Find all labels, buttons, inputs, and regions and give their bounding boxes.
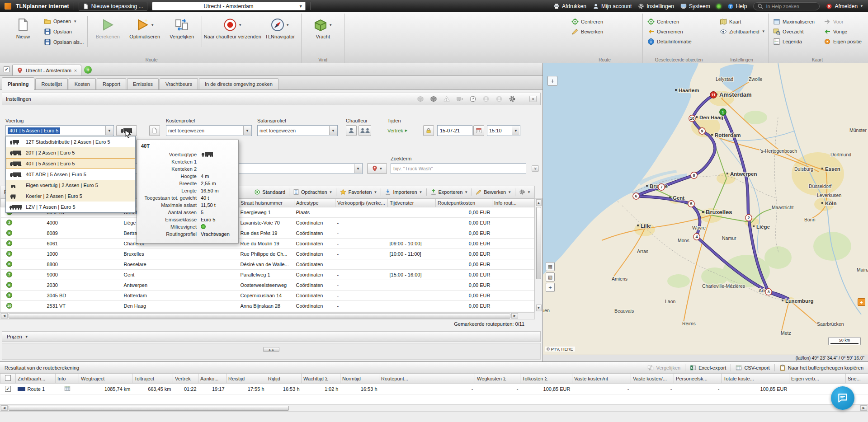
routepoint-row[interactable]: 7 9000 Gent Parallelweg 1 Coördinaten - … xyxy=(1,270,535,280)
standard-button[interactable]: Standaard xyxy=(254,189,285,195)
column-header[interactable]: Tijdvenster xyxy=(388,199,436,207)
table-settings-button[interactable]: ▼ xyxy=(519,189,531,195)
column-header[interactable]: Reistijd xyxy=(226,374,266,384)
column-header[interactable]: Normtijd xyxy=(340,374,379,384)
selected-center-button[interactable]: Centreren xyxy=(646,17,693,26)
tab-omgeving-zoeken[interactable]: In de directe omgeving zoeken xyxy=(199,78,278,89)
vehicle-dropdown-item[interactable]: 20T | 2 Assen | Euro 5 xyxy=(6,147,135,158)
selected-detail-button[interactable]: Detailinformatie xyxy=(646,37,693,46)
map-maximize-button[interactable]: Maximaliseren xyxy=(771,17,816,26)
column-header[interactable]: Wegtraject xyxy=(79,374,132,384)
scroll-left-button[interactable]: ◀ xyxy=(1,313,8,319)
help-search[interactable] xyxy=(753,2,820,10)
map-expand-button[interactable]: + xyxy=(858,298,865,306)
vehicle-dropdown-item[interactable]: 12T Stadsdistributie | 2 Assen | Euro 5 xyxy=(6,136,135,147)
map-settings-button[interactable]: Kaart xyxy=(718,17,767,26)
column-header[interactable]: Info xyxy=(56,374,79,384)
select-all-checkbox[interactable] xyxy=(5,375,11,381)
excel-export-button[interactable]: Excel-export xyxy=(690,365,726,371)
optimize-button[interactable]: ▼ Optimaliseren xyxy=(126,14,163,55)
column-header[interactable]: Adrestype xyxy=(294,199,335,207)
routepoint-row[interactable]: 10 2531 VT Den Haag Anna Bijnslaan 28 Co… xyxy=(1,301,535,311)
copy-to-clipboard-button[interactable]: Naar het buffergeheugen kopiëren xyxy=(779,365,863,371)
route-name-cell[interactable]: Route 1 xyxy=(16,384,56,394)
route-edit-button[interactable]: Bewerken xyxy=(570,27,605,36)
column-header[interactable]: Rijtijd xyxy=(266,374,302,384)
map-zoom-in-button[interactable]: + xyxy=(547,76,557,86)
tab-routelijst[interactable]: Routelijst xyxy=(35,78,67,89)
routepoint-row[interactable]: 8 2030 Antwerpen Oosterweelsteenweg Coör… xyxy=(1,280,535,291)
routepoints-vertical-scrollbar[interactable]: ▲ ▼ xyxy=(535,198,542,312)
add-tab-button[interactable]: + xyxy=(84,66,92,74)
own-position-button[interactable]: Eigen positie xyxy=(822,37,863,46)
routepoint-row[interactable]: 5 1000 Bruxelles Rue Philippe de Ch... C… xyxy=(1,249,535,259)
column-header[interactable]: Sne... xyxy=(846,374,868,384)
tab-planning[interactable]: Planning xyxy=(2,77,34,90)
trailer-icon[interactable] xyxy=(456,95,463,103)
driver-one-button[interactable] xyxy=(346,125,357,136)
map-forward-button[interactable]: Voor xyxy=(822,17,863,26)
cargo-box-icon[interactable] xyxy=(417,95,424,103)
tachograph-icon[interactable] xyxy=(469,95,476,103)
column-header[interactable]: Zichtbaarh... xyxy=(16,374,56,384)
tab-rapport[interactable]: Rapport xyxy=(97,78,126,89)
routepoint-row[interactable]: 4 6061 Charleroi Rue du Moulin 19 Coördi… xyxy=(1,239,535,249)
help-button[interactable]: Help xyxy=(727,3,747,9)
column-header[interactable]: Info rout... xyxy=(492,199,535,207)
column-header[interactable]: Routepuntkosten xyxy=(436,199,492,207)
column-header[interactable]: Vaste kosten/... xyxy=(631,374,674,384)
save-button[interactable]: Opslaan xyxy=(42,27,86,36)
vehicle-type-button[interactable] xyxy=(116,125,137,136)
result-table[interactable]: Zichtbaarh...InfoWegtrajectToltrajectVer… xyxy=(0,374,868,394)
map-overview-button[interactable]: Overzicht xyxy=(771,27,816,36)
hazmat-warning-icon[interactable] xyxy=(443,95,450,103)
cargo-box-dark-icon[interactable] xyxy=(430,95,437,103)
routepoint-row[interactable]: 9 3045 BD Rotterdam Copernicuslaan 14 Co… xyxy=(1,291,535,301)
column-header[interactable]: Personeelsk... xyxy=(674,374,722,384)
scrollbar-thumb[interactable] xyxy=(9,314,510,319)
column-header[interactable]: Tolkosten Σ xyxy=(520,374,572,384)
routepoint-row[interactable]: 6 8800 Roeselare Désiré van de Walle... … xyxy=(1,259,535,270)
new-button[interactable]: Nieuw xyxy=(5,14,42,55)
scroll-left-button[interactable]: ◀ xyxy=(1,405,8,411)
visibility-button[interactable]: Zichtbaarheid▼ xyxy=(718,27,767,36)
vehicle-details-button[interactable] xyxy=(149,125,160,136)
scroll-right-button[interactable]: ▶ xyxy=(511,313,518,319)
window-tab-new-application[interactable]: Nieuwe toepassing ... xyxy=(79,2,147,11)
route-visible-checkbox[interactable] xyxy=(5,386,11,392)
system-button[interactable]: Systeem xyxy=(680,3,710,9)
document-tab[interactable]: Utrecht - Amsterdam × xyxy=(12,65,81,75)
vehicle-dropdown-item[interactable]: 40T ADR | 5 Assen | Euro 5 xyxy=(6,169,135,180)
column-header[interactable]: Vertrek xyxy=(173,374,198,384)
vehicle-dropdown-list[interactable]: 12T Stadsdistributie | 2 Assen | Euro 52… xyxy=(5,136,136,213)
date-field[interactable] xyxy=(437,125,472,136)
vehicle-dropdown-item[interactable]: Koerier | 2 Assen | Euro 5 xyxy=(6,191,135,202)
column-header[interactable]: Aanko... xyxy=(198,374,226,384)
scroll-right-button[interactable]: ▶ xyxy=(860,405,867,411)
column-header[interactable]: Straat huisnummer xyxy=(239,199,294,207)
scrollbar-thumb[interactable] xyxy=(536,207,541,279)
column-header[interactable]: Totale koste... xyxy=(722,374,789,384)
column-header[interactable]: Wegkosten Σ xyxy=(475,374,520,384)
calendar-button[interactable] xyxy=(473,125,484,136)
route-select[interactable]: Utrecht - Amsterdam ▼ xyxy=(152,2,306,10)
logout-button[interactable]: Afmelden▼ xyxy=(826,3,863,9)
vehicle-dropdown-item[interactable]: LZV | 7 Assen | Euro 5 xyxy=(6,202,135,212)
tln-navigator-button[interactable]: ▼ TLNnavigator xyxy=(261,14,298,55)
salary-profile-combobox[interactable]: niet toegewezen ▼ xyxy=(257,125,338,136)
send-to-driver-button[interactable]: ▼ Naar chauffeur verzenden xyxy=(203,14,261,55)
import-button[interactable]: Importeren▼ xyxy=(385,189,422,195)
calculate-button[interactable]: Berekenen xyxy=(89,14,126,55)
result-row[interactable]: Route 11085,74 km663,45 km01:2219:1717:5… xyxy=(0,384,868,394)
collapse-search-button[interactable]: » xyxy=(532,165,539,172)
edit-button[interactable]: Bewerken▼ xyxy=(476,189,511,195)
help-search-input[interactable] xyxy=(766,4,816,9)
time-combobox[interactable]: 15:10 ▼ xyxy=(487,125,520,136)
driver-alt-icon[interactable] xyxy=(495,95,503,103)
column-header[interactable]: Vaste kosten/rit xyxy=(572,374,631,384)
compare-button[interactable]: Vergelijken xyxy=(163,14,200,55)
column-header[interactable]: Toltraject xyxy=(132,374,173,384)
lock-time-button[interactable] xyxy=(423,125,434,136)
driver-two-button[interactable] xyxy=(359,125,371,136)
cost-profile-combobox[interactable]: niet toegewezen ▼ xyxy=(166,125,252,136)
